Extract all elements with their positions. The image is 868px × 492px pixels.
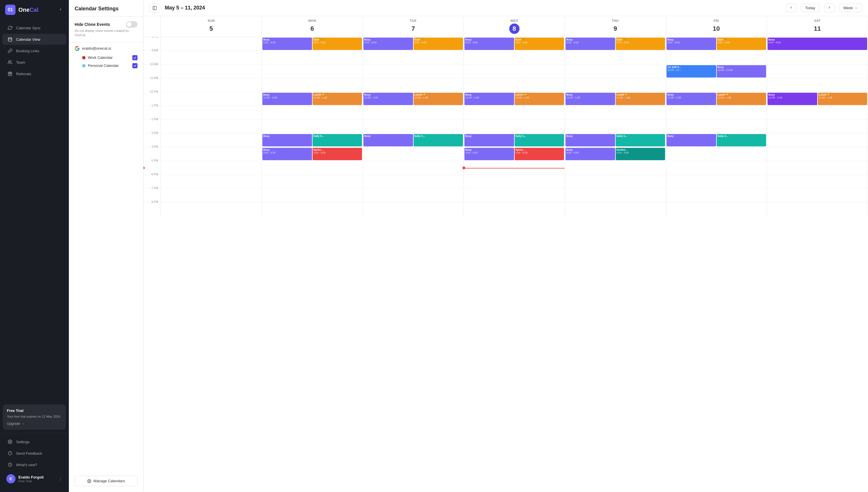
event-busy-tue-3pm[interactable]: Busy: [364, 134, 413, 146]
cell-mon-4pm[interactable]: Busy 4:00 - 5:00 Sprint ... 4:00 - 5:00: [262, 147, 363, 161]
sidebar-item-whats-new[interactable]: What's new?: [2, 459, 66, 470]
event-busy-wed-3pm[interactable]: Busy: [465, 134, 514, 146]
cell-fri-6pm[interactable]: [666, 175, 767, 188]
cell-tue-1pm[interactable]: [363, 106, 464, 119]
event-busy-mon-12pm[interactable]: Busy 12:00 - 1:00: [262, 93, 312, 105]
cell-sun-1pm[interactable]: [161, 106, 262, 119]
event-lunch-thu-12pm[interactable]: Lunch 🔔 12:00 - 1:00: [616, 93, 665, 105]
cell-sun-7pm[interactable]: [161, 189, 262, 202]
cell-fri-4pm[interactable]: [666, 147, 767, 161]
event-1on1-fri-10am[interactable]: 1/1 with F... 10:00 - 11:...: [667, 65, 716, 77]
event-busy-thu-12pm[interactable]: Busy 12:00 - 1:00: [566, 93, 615, 105]
cell-mon-9am[interactable]: [262, 51, 363, 64]
cell-sun-3pm[interactable]: [161, 133, 262, 147]
personal-calendar-checkbox[interactable]: [132, 63, 138, 68]
cell-thu-10am[interactable]: [565, 65, 666, 78]
cell-tue-2pm[interactable]: [363, 120, 464, 133]
cell-sat-11am[interactable]: [767, 78, 868, 92]
user-menu-icon[interactable]: ⋮: [58, 477, 62, 481]
manage-calendars-button[interactable]: Manage Calendars: [75, 476, 138, 486]
cell-sun-8pm[interactable]: [161, 202, 262, 216]
cell-sat-5pm[interactable]: [767, 161, 868, 174]
calendar-today-button[interactable]: Today: [801, 4, 819, 12]
sidebar-collapse-button[interactable]: [56, 6, 64, 14]
cell-mon-8am[interactable]: Busy 8:00 - 9:00 Gym 🏋️ 8:00 - 9:00: [262, 37, 363, 51]
cell-tue-4pm[interactable]: [363, 147, 464, 161]
cell-mon-8pm[interactable]: [262, 202, 363, 216]
cell-sat-6pm[interactable]: [767, 175, 868, 188]
event-gym-fri-8am[interactable]: Gym 🏋️ 8:00 - 9:00: [717, 38, 766, 50]
work-calendar-checkbox[interactable]: [132, 55, 138, 60]
cell-sat-12pm[interactable]: Busy 12:00 - 1:00 Lunch 🔔 12:00 - 1:00: [767, 92, 868, 106]
cell-thu-5pm[interactable]: [565, 161, 666, 174]
event-dentist-thu-4pm[interactable]: Dentist... 4:00 - 5:00: [616, 148, 665, 160]
cell-sun-2pm[interactable]: [161, 120, 262, 133]
cell-wed-4pm[interactable]: Busy 4:00 - 5:00 Sprint ... 4:00 - 5:00: [464, 147, 565, 161]
cell-wed-3pm[interactable]: Busy Daily S...: [464, 133, 565, 147]
calendar-week-view-button[interactable]: Week: [839, 4, 862, 12]
cell-sat-1pm[interactable]: [767, 106, 868, 119]
calendar-grid[interactable]: 8 AM Busy 8:00 - 9:00 Gym 🏋️ 8:00 - 9:00: [144, 37, 868, 492]
hide-clone-toggle[interactable]: [126, 21, 138, 28]
sidebar-item-send-feedback[interactable]: Send Feedback: [2, 448, 66, 459]
cell-wed-6pm[interactable]: [464, 175, 565, 188]
cell-fri-1pm[interactable]: [666, 106, 767, 119]
cell-fri-11am[interactable]: [666, 78, 767, 92]
event-busy-wed-12pm[interactable]: Busy 12:00 - 1:00: [465, 93, 514, 105]
cell-sun-11am[interactable]: [161, 78, 262, 92]
cell-fri-10am[interactable]: 1/1 with F... 10:00 - 11:... Busy 10:00 …: [666, 65, 767, 78]
cell-mon-2pm[interactable]: [262, 120, 363, 133]
event-gym-tue-8am[interactable]: Gym 🏋️ 8:00 - 9:00: [414, 38, 463, 50]
cell-wed-7pm[interactable]: [464, 189, 565, 202]
event-busy-sat-12pm[interactable]: Busy 12:00 - 1:00: [768, 93, 817, 105]
sidebar-item-referrals[interactable]: Referrals: [2, 68, 66, 79]
cell-sat-2pm[interactable]: [767, 120, 868, 133]
event-sprint-wed-4pm[interactable]: Sprint ... 4:00 - 5:00: [515, 148, 564, 160]
cell-wed-2pm[interactable]: [464, 120, 565, 133]
cell-thu-4pm[interactable]: Busy 4:00 - 5:00 Dentist... 4:00 - 5:00: [565, 147, 666, 161]
cell-thu-3pm[interactable]: Busy Daily S...: [565, 133, 666, 147]
cell-sat-10am[interactable]: [767, 65, 868, 78]
cell-sat-3pm[interactable]: [767, 133, 868, 147]
cell-tue-8am[interactable]: Busy 8:00 - 9:00 Gym 🏋️ 8:00 - 9:00: [363, 37, 464, 51]
cell-thu-8pm[interactable]: [565, 202, 666, 216]
event-lunch-tue-12pm[interactable]: Lunch 🔔 12:00 - 1:00: [414, 93, 463, 105]
sidebar-item-settings[interactable]: Settings: [2, 436, 66, 447]
event-busy-thu-8am[interactable]: Busy 8:00 - 9:00: [566, 38, 615, 50]
event-busy-wed-4pm[interactable]: Busy 4:00 - 5:00: [465, 148, 514, 160]
cell-sun-8am[interactable]: [161, 37, 262, 51]
cell-fri-12pm[interactable]: Busy 12:00 - 1:00 Lunch 🔔 12:00 - 1:00: [666, 92, 767, 106]
cell-tue-12pm[interactable]: Busy 12:00 - 1:00 Lunch 🔔 12:00 - 1:00: [363, 92, 464, 106]
cell-wed-5pm[interactable]: [464, 161, 565, 174]
event-busy-mon-4pm[interactable]: Busy 4:00 - 5:00: [262, 148, 312, 160]
cell-fri-8pm[interactable]: [666, 202, 767, 216]
cell-sun-9am[interactable]: [161, 51, 262, 64]
cell-fri-5pm[interactable]: [666, 161, 767, 174]
cell-mon-7pm[interactable]: [262, 189, 363, 202]
cell-thu-7pm[interactable]: [565, 189, 666, 202]
cell-sat-7pm[interactable]: [767, 189, 868, 202]
cell-thu-11am[interactable]: [565, 78, 666, 92]
cell-tue-7pm[interactable]: [363, 189, 464, 202]
event-busy-tue-8am[interactable]: Busy 8:00 - 9:00: [364, 38, 413, 50]
cell-thu-12pm[interactable]: Busy 12:00 - 1:00 Lunch 🔔 12:00 - 1:00: [565, 92, 666, 106]
event-lunch-mon-12pm[interactable]: Lunch 🔔 12:00 - 1:00: [313, 93, 362, 105]
upgrade-link[interactable]: Upgrade →: [7, 422, 62, 426]
cell-sat-8am[interactable]: Busy 8:00 - 9:00: [767, 37, 868, 51]
event-gym-thu-8am[interactable]: Gym 🏋️ 8:00 - 9:00: [616, 38, 665, 50]
cell-mon-10am[interactable]: [262, 65, 363, 78]
cell-mon-5pm[interactable]: [262, 161, 363, 174]
cell-mon-12pm[interactable]: Busy 12:00 - 1:00 Lunch 🔔 12:00 - 1:00: [262, 92, 363, 106]
calendar-next-button[interactable]: [824, 3, 835, 13]
cell-tue-6pm[interactable]: [363, 175, 464, 188]
event-busy-sat-8am[interactable]: Busy 8:00 - 9:00: [768, 38, 867, 50]
cell-tue-3pm[interactable]: Busy Daily S...: [363, 133, 464, 147]
cell-sat-4pm[interactable]: [767, 147, 868, 161]
cell-tue-10am[interactable]: [363, 65, 464, 78]
cell-sun-4pm[interactable]: [161, 147, 262, 161]
calendar-prev-button[interactable]: [786, 3, 796, 13]
event-lunch-sat-12pm[interactable]: Lunch 🔔 12:00 - 1:00: [818, 93, 867, 105]
cell-fri-8am[interactable]: Busy 8:00 - 9:00 Gym 🏋️ 8:00 - 9:00: [666, 37, 767, 51]
event-daily-tue-3pm[interactable]: Daily S...: [414, 134, 463, 146]
event-busy-fri-8am[interactable]: Busy 8:00 - 9:00: [667, 38, 716, 50]
